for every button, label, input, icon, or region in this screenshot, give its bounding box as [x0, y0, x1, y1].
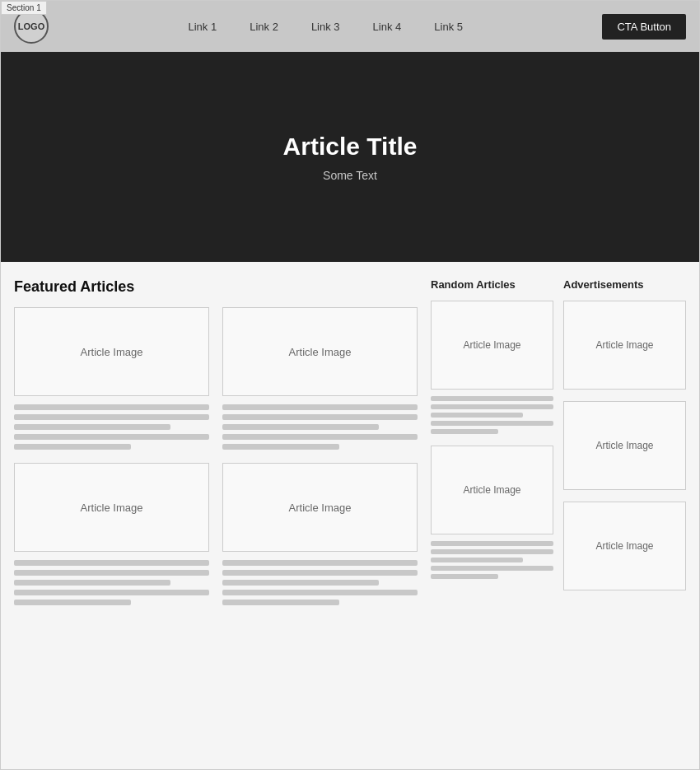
- text-line: [222, 444, 339, 450]
- text-line: [14, 414, 209, 420]
- text-line: [222, 560, 418, 566]
- text-line: [431, 541, 553, 546]
- right-sidebar: Random Articles Article Image Ar: [431, 278, 686, 605]
- random-articles-title: Random Articles: [431, 278, 553, 291]
- featured-article-2[interactable]: Article Image: [222, 307, 418, 450]
- featured-article-4[interactable]: Article Image: [222, 463, 418, 605]
- text-line: [222, 590, 418, 595]
- article-text-lines-4: [222, 560, 418, 605]
- text-line: [14, 404, 209, 410]
- text-line: [431, 413, 523, 418]
- text-line: [14, 434, 209, 440]
- nav-link-1[interactable]: Link 1: [188, 21, 217, 33]
- article-text-lines-1: [14, 404, 209, 450]
- text-line: [222, 414, 418, 420]
- hero-section: Article Title Some Text: [1, 52, 699, 262]
- text-line: [431, 396, 553, 401]
- text-line: [14, 444, 131, 450]
- text-line: [431, 429, 498, 434]
- text-line: [222, 434, 418, 440]
- text-line: [14, 424, 170, 430]
- nav-links: Link 1 Link 2 Link 3 Link 4 Link 5: [49, 21, 602, 33]
- content-layout: Featured Articles Article Image: [14, 278, 686, 605]
- text-line: [431, 421, 553, 426]
- text-line: [222, 580, 379, 586]
- featured-articles-grid: Article Image Article Ima: [14, 307, 418, 605]
- main-content: Featured Articles Article Image: [1, 262, 699, 622]
- text-line: [222, 424, 379, 430]
- navbar: LOGO Link 1 Link 2 Link 3 Link 4 Link 5 …: [1, 1, 699, 52]
- advertisements-col: Advertisements Article Image Article Ima…: [563, 278, 686, 605]
- random-articles-col: Random Articles Article Image Ar: [431, 278, 553, 605]
- nav-link-2[interactable]: Link 2: [250, 21, 278, 33]
- ad-image-1[interactable]: Article Image: [563, 301, 686, 390]
- random-article-image-1[interactable]: Article Image: [431, 301, 553, 390]
- featured-article-1[interactable]: Article Image: [14, 307, 209, 450]
- text-line: [222, 600, 339, 605]
- ad-image-3[interactable]: Article Image: [563, 502, 686, 590]
- text-line: [222, 404, 418, 410]
- featured-articles-col: Featured Articles Article Image: [14, 278, 418, 605]
- article-image-4: Article Image: [222, 463, 418, 552]
- nav-link-3[interactable]: Link 3: [311, 21, 340, 33]
- random-article-image-2[interactable]: Article Image: [431, 446, 553, 534]
- article-image-1: Article Image: [14, 307, 209, 396]
- random-text-lines-2: [431, 541, 553, 579]
- hero-subtitle: Some Text: [323, 169, 377, 182]
- text-line: [222, 570, 418, 576]
- text-line: [14, 590, 209, 595]
- nav-link-5[interactable]: Link 5: [434, 21, 463, 33]
- advertisements-title: Advertisements: [563, 278, 686, 291]
- featured-title: Featured Articles: [14, 278, 418, 296]
- text-line: [14, 570, 209, 576]
- hero-title: Article Title: [283, 133, 418, 161]
- page-wrapper: Section 1 LOGO Link 1 Link 2 Link 3 Link…: [0, 0, 700, 770]
- nav-link-4[interactable]: Link 4: [373, 21, 402, 33]
- text-line: [431, 404, 553, 409]
- article-text-lines-2: [222, 404, 418, 450]
- article-image-3: Article Image: [14, 463, 209, 552]
- featured-article-3[interactable]: Article Image: [14, 463, 209, 605]
- cta-button[interactable]: CTA Button: [602, 14, 686, 40]
- text-line: [14, 560, 209, 566]
- random-text-lines-1: [431, 396, 553, 434]
- text-line: [431, 566, 553, 571]
- text-line: [14, 600, 131, 605]
- article-image-2: Article Image: [222, 307, 418, 396]
- ad-image-2[interactable]: Article Image: [563, 401, 686, 490]
- text-line: [14, 580, 170, 586]
- text-line: [431, 558, 523, 562]
- article-text-lines-3: [14, 560, 209, 605]
- text-line: [431, 574, 498, 579]
- section-label: Section 1: [1, 1, 47, 15]
- text-line: [431, 549, 553, 554]
